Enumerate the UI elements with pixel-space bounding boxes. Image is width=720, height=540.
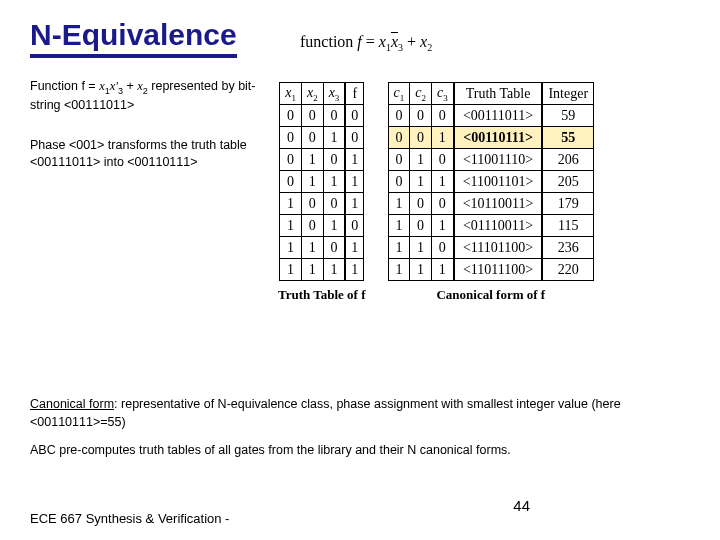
canonical-table: c1c2c3Truth TableInteger 000<00111011>59…	[388, 82, 595, 281]
truth-table-f: x1x2x3f 00000010010101111001101011011111	[279, 82, 364, 281]
function-formula: function f = x1x3 + x2	[300, 33, 432, 53]
bottom-notes: Canonical form: representative of N-equi…	[30, 395, 690, 469]
description-1: Function f = x1x'3 + x2 represented by b…	[30, 78, 260, 115]
footer-text: ECE 667 Synthesis & Verification -	[30, 511, 229, 526]
canonical-caption: Canonical form of f	[436, 287, 545, 303]
description-2: Phase <001> transforms the truth table <…	[30, 137, 260, 172]
page-number: 44	[513, 497, 530, 514]
slide-title: N-Equivalence	[30, 18, 237, 58]
truth-caption: Truth Table of f	[278, 287, 366, 303]
